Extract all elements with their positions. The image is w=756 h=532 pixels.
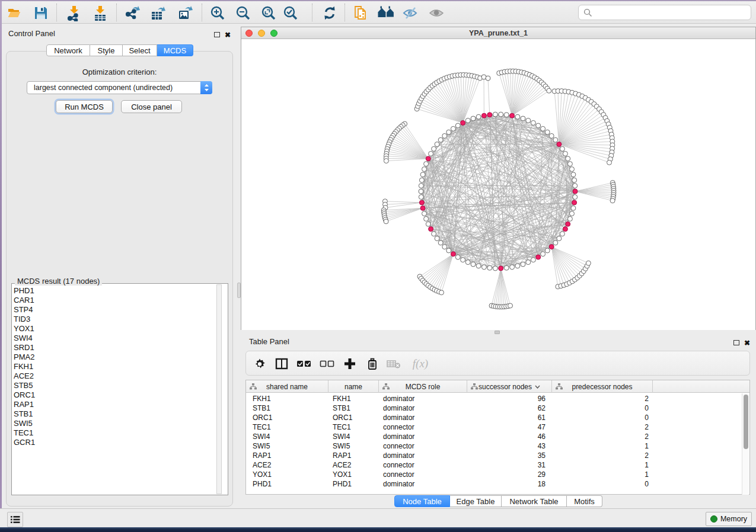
- select-stepper-icon: [200, 81, 212, 94]
- export-network-icon[interactable]: [123, 3, 143, 23]
- toggle-panels-icon[interactable]: [272, 354, 292, 374]
- main-toolbar: [2, 1, 756, 24]
- close-panel-button[interactable]: Close panel: [121, 100, 182, 113]
- status-menu-button[interactable]: [7, 512, 23, 527]
- mcds-result-item[interactable]: RAP1: [14, 400, 35, 409]
- zoom-in-icon[interactable]: [208, 3, 228, 23]
- network-view-window: YPA_prune.txt_1: [241, 27, 756, 330]
- mcds-result-box: [11, 283, 228, 495]
- save-session-icon[interactable]: [31, 3, 51, 23]
- status-bar: [0, 508, 756, 527]
- tab-style[interactable]: Style: [90, 44, 123, 56]
- apply-function-icon: f(x): [407, 354, 433, 374]
- network-window-titlebar[interactable]: YPA_prune.txt_1: [241, 27, 755, 39]
- export-image-icon[interactable]: [175, 3, 195, 23]
- horizontal-splitter-grip[interactable]: [495, 331, 500, 334]
- table-row[interactable]: ORC1ORC1dominator610: [246, 413, 749, 422]
- tab-motifs[interactable]: Motifs: [567, 495, 602, 507]
- mcds-result-list[interactable]: PHD1CAR1STP4TID3YOX1SWI4SRD1PMA2FKH1ACE2…: [14, 286, 35, 447]
- network-nodes[interactable]: [381, 69, 616, 309]
- column-header-successor-nodes[interactable]: successor nodes: [467, 380, 552, 393]
- network-graph[interactable]: [241, 40, 755, 330]
- tab-mcds[interactable]: MCDS: [157, 44, 193, 56]
- first-neighbors-icon[interactable]: [376, 3, 396, 23]
- table-row[interactable]: PHD1PHD1dominator180: [246, 479, 749, 489]
- mcds-result-item[interactable]: TEC1: [14, 428, 35, 438]
- table-panel-tabs: Node TableEdge TableNetwork TableMotifs: [394, 495, 602, 507]
- mcds-result-item[interactable]: PMA2: [14, 352, 35, 362]
- control-panel-float-icon[interactable]: [214, 30, 220, 39]
- table-settings-icon[interactable]: [250, 354, 270, 374]
- sort-descending-icon: [535, 385, 540, 389]
- zoom-out-icon[interactable]: [233, 3, 253, 23]
- tab-edge-table[interactable]: Edge Table: [450, 495, 502, 507]
- mcds-result-item[interactable]: STB1: [14, 409, 35, 419]
- table-row[interactable]: FKH1FKH1dominator962: [246, 394, 749, 403]
- mcds-result-item[interactable]: YOX1: [14, 324, 35, 334]
- hide-selected-icon[interactable]: [400, 3, 420, 23]
- mcds-result-item[interactable]: CAR1: [14, 296, 35, 305]
- tab-network-table[interactable]: Network Table: [502, 495, 567, 507]
- toolbar-separator: [202, 4, 202, 21]
- node-table: shared namenameMCDS rolesuccessor nodesp…: [245, 380, 750, 495]
- mcds-result-item[interactable]: TID3: [14, 315, 35, 324]
- open-file-icon[interactable]: [5, 3, 25, 23]
- apply-layout-icon[interactable]: [320, 3, 340, 23]
- zoom-selected-icon[interactable]: [280, 3, 301, 23]
- mcds-result-item[interactable]: SRD1: [14, 343, 35, 352]
- table-header: shared namenameMCDS rolesuccessor nodesp…: [246, 380, 749, 393]
- mcds-result-item[interactable]: PHD1: [14, 286, 35, 296]
- toolbar-separator: [312, 4, 312, 21]
- toolbar-separator: [344, 4, 345, 21]
- memory-button[interactable]: Memory: [706, 512, 752, 526]
- mcds-result-item[interactable]: GCR1: [14, 438, 35, 447]
- table-panel-float-icon[interactable]: [733, 338, 739, 347]
- mcds-result-scrollbar[interactable]: [216, 284, 222, 494]
- column-type-icon: [250, 383, 257, 390]
- import-network-icon[interactable]: [64, 3, 84, 23]
- show-all-icon[interactable]: [426, 3, 446, 23]
- run-mcds-button[interactable]: Run MCDS: [56, 100, 113, 113]
- optimization-criterion-value: largest connected component (undirected): [34, 84, 173, 92]
- optimization-criterion-select[interactable]: largest connected component (undirected): [27, 81, 212, 94]
- table-row[interactable]: STB1STB1dominator620: [246, 403, 749, 413]
- control-panel-tabs: NetworkStyleSelectMCDS: [46, 44, 193, 56]
- mcds-result-item[interactable]: ORC1: [14, 390, 35, 400]
- delete-column-icon[interactable]: [362, 354, 382, 374]
- select-all-icon[interactable]: [294, 354, 314, 374]
- add-column-icon[interactable]: [340, 354, 360, 374]
- mcds-result-item[interactable]: SWI5: [14, 419, 35, 428]
- mcds-result-item[interactable]: STP4: [14, 305, 35, 315]
- table-row[interactable]: YOX1YOX1connector291: [246, 470, 749, 479]
- column-header-name[interactable]: name: [328, 380, 379, 393]
- zoom-fit-icon[interactable]: [259, 3, 279, 23]
- mcds-result-item[interactable]: STB5: [14, 381, 35, 390]
- table-panel-close-icon[interactable]: ✖: [744, 338, 750, 347]
- mcds-result-item[interactable]: FKH1: [14, 362, 35, 371]
- table-row[interactable]: ACE2ACE2connector311: [246, 460, 749, 470]
- table-row[interactable]: SWI4SWI4dominator462: [246, 432, 749, 441]
- tab-node-table[interactable]: Node Table: [394, 495, 450, 507]
- mcds-result-title: MCDS result (17 nodes): [15, 277, 102, 286]
- column-header-predecessor-nodes[interactable]: predecessor nodes: [552, 380, 653, 393]
- optimization-criterion-label: Optimization criterion:: [6, 68, 233, 76]
- table-row[interactable]: RAP1RAP1dominator352: [246, 451, 749, 460]
- control-panel-close-icon[interactable]: ✖: [225, 30, 231, 39]
- column-header-shared-name[interactable]: shared name: [246, 380, 328, 393]
- desktop-wallpaper-bottom: [0, 527, 756, 532]
- table-row[interactable]: SWI5SWI5connector431: [246, 441, 749, 451]
- mcds-result-item[interactable]: ACE2: [14, 371, 35, 381]
- export-table-icon[interactable]: [148, 3, 168, 23]
- search-input[interactable]: [578, 5, 751, 20]
- deselect-all-icon[interactable]: [317, 354, 337, 374]
- table-panel-title: Table Panel: [249, 337, 289, 346]
- tab-network[interactable]: Network: [46, 44, 90, 56]
- import-table-icon[interactable]: [90, 3, 110, 23]
- mcds-result-item[interactable]: SWI4: [14, 334, 35, 343]
- tab-select[interactable]: Select: [123, 44, 157, 56]
- column-header-MCDS-role[interactable]: MCDS role: [379, 380, 467, 393]
- table-row[interactable]: TEC1TEC1connector472: [246, 422, 749, 432]
- memory-status-icon: [710, 515, 717, 523]
- table-scrollbar[interactable]: [742, 393, 749, 495]
- clone-network-icon[interactable]: [350, 3, 371, 23]
